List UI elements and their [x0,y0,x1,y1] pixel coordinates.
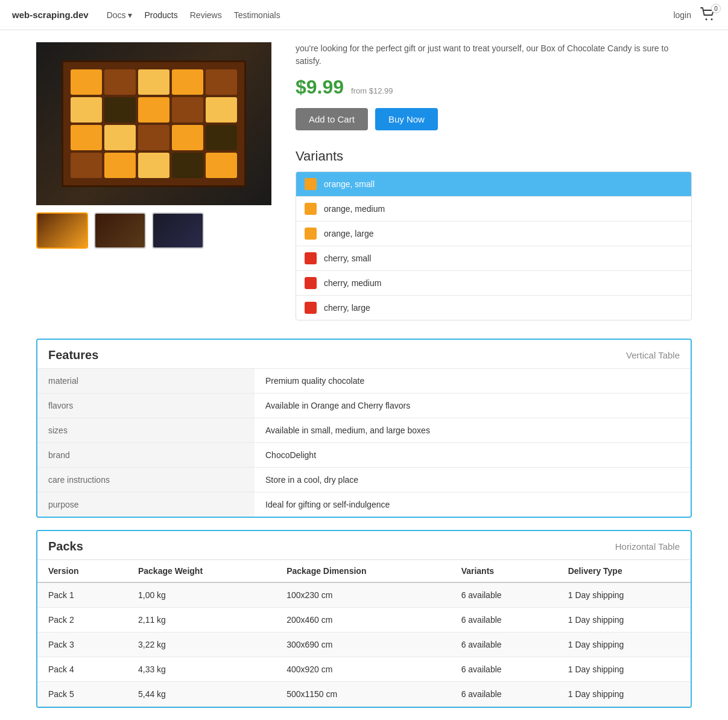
pack-cell: 5,44 kg [127,682,276,707]
variant-color-swatch [305,302,317,314]
pack-cell: 2,11 kg [127,608,276,632]
product-info: you're looking for the perfect gift or j… [296,42,692,320]
variant-label: orange, medium [324,204,385,214]
pack-cell: 1 Day shipping [557,582,691,608]
feature-value: ChocoDelight [255,443,691,468]
feature-key: care instructions [37,468,255,492]
variant-item-3[interactable]: cherry, small [296,246,691,271]
chocolate-grid [62,60,246,187]
cart-count: 0 [711,4,721,13]
choc-piece [206,153,237,178]
pack-cell: 6 available [451,608,557,632]
feature-value: Store in a cool, dry place [255,468,691,492]
pack-cell: 500x1150 cm [276,682,450,707]
pack-cell: 1 Day shipping [557,632,691,657]
main-product-image [36,42,271,205]
pack-cell: 6 available [451,582,557,608]
pack-cell: 1,00 kg [127,582,276,608]
pack-cell: 1 Day shipping [557,682,691,707]
thumbnail-1[interactable] [36,212,88,249]
thumbnail-3[interactable] [152,212,204,249]
table-row: materialPremium quality chocolate [37,369,691,393]
price-row: $9.99 from $12.99 [296,76,692,98]
choc-piece [206,97,237,123]
variant-label: orange, small [324,179,375,189]
table-row: Pack 44,33 kg400x920 cm6 available1 Day … [37,657,691,682]
pack-cell: 400x920 cm [276,657,450,682]
features-table: materialPremium quality chocolateflavors… [37,368,691,517]
pack-cell: 1 Day shipping [557,608,691,632]
table-row: Pack 55,44 kg500x1150 cm6 available1 Day… [37,682,691,707]
choc-piece [138,153,169,178]
choc-piece [138,97,169,123]
nav-docs[interactable]: Docs ▾ [107,10,133,20]
variant-item-1[interactable]: orange, medium [296,197,691,221]
svg-point-1 [711,19,713,21]
variant-color-swatch [305,203,317,215]
choc-piece [172,97,203,123]
pack-cell: Pack 5 [37,682,127,707]
variant-label: cherry, medium [324,278,381,288]
choc-piece [138,69,169,95]
thumbnail-list [36,212,271,249]
choc-piece [104,153,136,178]
pack-cell: Pack 1 [37,582,127,608]
add-to-cart-button[interactable]: Add to Cart [296,108,368,130]
pack-cell: 6 available [451,632,557,657]
variant-item-0[interactable]: orange, small [296,172,691,197]
navbar: web-scraping.dev Docs ▾ Products Reviews… [0,0,728,30]
pack-cell: Pack 3 [37,632,127,657]
feature-value: Available in Orange and Cherry flavors [255,393,691,418]
column-header: Variants [451,560,557,583]
variant-item-4[interactable]: cherry, medium [296,271,691,296]
choc-piece [104,97,136,123]
choc-piece [71,69,102,95]
pack-cell: 100x230 cm [276,582,450,608]
table-row: Pack 22,11 kg200x460 cm6 available1 Day … [37,608,691,632]
price-current: $9.99 [296,76,344,98]
choc-piece [71,97,102,123]
choc-piece [172,153,203,178]
pack-cell: 4,33 kg [127,657,276,682]
thumbnail-2[interactable] [94,212,146,249]
nav-reviews[interactable]: Reviews [190,10,222,20]
variant-label: cherry, large [324,303,370,313]
table-row: sizesAvailable in small, medium, and lar… [37,418,691,443]
column-header: Package Dimension [276,560,450,583]
pack-cell: 1 Day shipping [557,657,691,682]
nav-products[interactable]: Products [145,10,178,20]
choc-piece [206,125,237,150]
choc-piece [138,125,169,150]
buy-now-button[interactable]: Buy Now [375,108,438,130]
feature-key: sizes [37,418,255,443]
feature-key: flavors [37,393,255,418]
choc-piece [172,125,203,150]
pack-cell: Pack 4 [37,657,127,682]
features-title: Features [48,348,98,362]
variant-label: cherry, small [324,253,371,263]
choc-piece [172,69,203,95]
variant-item-5[interactable]: cherry, large [296,296,691,320]
pack-cell: 200x460 cm [276,608,450,632]
choc-piece [104,69,136,95]
choc-piece [71,153,102,178]
brand-logo: web-scraping.dev [12,10,89,20]
product-images [36,42,271,320]
login-link[interactable]: login [673,10,691,20]
product-description: you're looking for the perfect gift or j… [296,42,692,68]
svg-point-0 [706,19,707,21]
variants-title: Variants [296,148,692,164]
feature-key: material [37,369,255,393]
action-buttons: Add to Cart Buy Now [296,108,692,130]
features-table-type: Vertical Table [626,350,680,360]
nav-testimonials[interactable]: Testimonials [234,10,280,20]
cart-icon[interactable]: 0 [700,7,716,22]
price-from: from $12.99 [351,86,393,95]
choc-piece [71,125,102,150]
column-header: Version [37,560,127,583]
table-row: brandChocoDelight [37,443,691,468]
feature-value: Ideal for gifting or self-indulgence [255,492,691,517]
packs-title: Packs [48,540,83,553]
variant-item-2[interactable]: orange, large [296,221,691,246]
packs-table-header: Packs Horizontal Table [37,531,691,559]
